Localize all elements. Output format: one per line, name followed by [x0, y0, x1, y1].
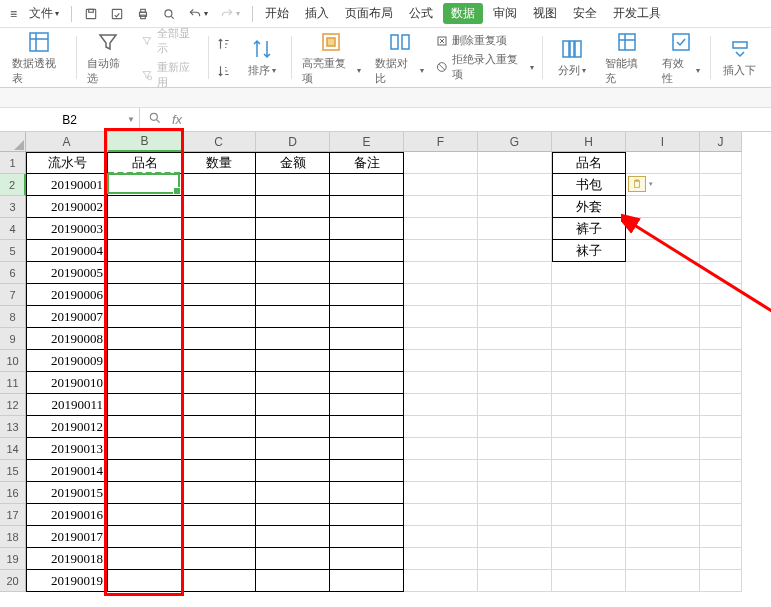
row-header-3[interactable]: 3 — [0, 196, 26, 218]
cell-B1[interactable]: 品名 — [108, 152, 182, 174]
cell-I4[interactable] — [626, 218, 700, 240]
cell-G13[interactable] — [478, 416, 552, 438]
cell-F7[interactable] — [404, 284, 478, 306]
cell-C4[interactable] — [182, 218, 256, 240]
cell-E1[interactable]: 备注 — [330, 152, 404, 174]
cell-F17[interactable] — [404, 504, 478, 526]
cell-F3[interactable] — [404, 196, 478, 218]
row-header-7[interactable]: 7 — [0, 284, 26, 306]
cell-C19[interactable] — [182, 548, 256, 570]
cell-A13[interactable]: 20190012 — [26, 416, 108, 438]
cell-C14[interactable] — [182, 438, 256, 460]
cell-G20[interactable] — [478, 570, 552, 592]
row-header-2[interactable]: 2 — [0, 174, 26, 196]
cell-A17[interactable]: 20190016 — [26, 504, 108, 526]
cell-D3[interactable] — [256, 196, 330, 218]
row-header-18[interactable]: 18 — [0, 526, 26, 548]
cell-H18[interactable] — [552, 526, 626, 548]
cell-G18[interactable] — [478, 526, 552, 548]
cell-A12[interactable]: 20190011 — [26, 394, 108, 416]
cell-I20[interactable] — [626, 570, 700, 592]
cell-G11[interactable] — [478, 372, 552, 394]
cell-B20[interactable] — [108, 570, 182, 592]
cell-I17[interactable] — [626, 504, 700, 526]
row-header-10[interactable]: 10 — [0, 350, 26, 372]
cell-A9[interactable]: 20190008 — [26, 328, 108, 350]
row-header-16[interactable]: 16 — [0, 482, 26, 504]
cell-D17[interactable] — [256, 504, 330, 526]
cell-G9[interactable] — [478, 328, 552, 350]
cell-H20[interactable] — [552, 570, 626, 592]
col-header-D[interactable]: D — [256, 132, 330, 152]
row-header-6[interactable]: 6 — [0, 262, 26, 284]
cell-A3[interactable]: 20190002 — [26, 196, 108, 218]
cell-D12[interactable] — [256, 394, 330, 416]
cell-H14[interactable] — [552, 438, 626, 460]
cell-F13[interactable] — [404, 416, 478, 438]
tab-页面布局[interactable]: 页面布局 — [339, 3, 399, 24]
cell-J10[interactable] — [700, 350, 742, 372]
cell-E10[interactable] — [330, 350, 404, 372]
cell-F12[interactable] — [404, 394, 478, 416]
cell-H17[interactable] — [552, 504, 626, 526]
fx-search-icon[interactable] — [148, 111, 162, 128]
cells-area[interactable]: 流水号品名数量金额备注品名20190001书包20190002外套2019000… — [26, 152, 742, 592]
cell-B5[interactable] — [108, 240, 182, 262]
split-button[interactable]: 分列▾ — [547, 32, 597, 83]
cell-I18[interactable] — [626, 526, 700, 548]
cell-C7[interactable] — [182, 284, 256, 306]
cell-D10[interactable] — [256, 350, 330, 372]
cell-D9[interactable] — [256, 328, 330, 350]
cell-B3[interactable] — [108, 196, 182, 218]
cell-F8[interactable] — [404, 306, 478, 328]
cell-B13[interactable] — [108, 416, 182, 438]
cell-J14[interactable] — [700, 438, 742, 460]
cell-A10[interactable]: 20190009 — [26, 350, 108, 372]
tab-审阅[interactable]: 审阅 — [487, 3, 523, 24]
cell-E17[interactable] — [330, 504, 404, 526]
row-header-15[interactable]: 15 — [0, 460, 26, 482]
cell-E7[interactable] — [330, 284, 404, 306]
cell-G10[interactable] — [478, 350, 552, 372]
cell-J6[interactable] — [700, 262, 742, 284]
cell-B6[interactable] — [108, 262, 182, 284]
cell-G15[interactable] — [478, 460, 552, 482]
cell-D14[interactable] — [256, 438, 330, 460]
cell-F20[interactable] — [404, 570, 478, 592]
cell-J5[interactable] — [700, 240, 742, 262]
cell-D18[interactable] — [256, 526, 330, 548]
cell-C20[interactable] — [182, 570, 256, 592]
remove-dup-button[interactable]: 删除重复项 — [432, 32, 538, 49]
cell-A11[interactable]: 20190010 — [26, 372, 108, 394]
cell-B12[interactable] — [108, 394, 182, 416]
reject-dup-button[interactable]: 拒绝录入重复项▾ — [432, 51, 538, 83]
row-header-17[interactable]: 17 — [0, 504, 26, 526]
paste-options-button[interactable]: ▾ — [628, 176, 646, 192]
row-header-12[interactable]: 12 — [0, 394, 26, 416]
col-header-I[interactable]: I — [626, 132, 700, 152]
cell-B4[interactable] — [108, 218, 182, 240]
cell-E18[interactable] — [330, 526, 404, 548]
col-header-B[interactable]: B — [108, 132, 182, 152]
cell-E8[interactable] — [330, 306, 404, 328]
cell-E5[interactable] — [330, 240, 404, 262]
cell-E3[interactable] — [330, 196, 404, 218]
cell-C16[interactable] — [182, 482, 256, 504]
cell-D2[interactable] — [256, 174, 330, 196]
cell-E14[interactable] — [330, 438, 404, 460]
cell-G8[interactable] — [478, 306, 552, 328]
save-icon[interactable] — [78, 5, 104, 23]
cell-J16[interactable] — [700, 482, 742, 504]
cell-G5[interactable] — [478, 240, 552, 262]
cell-B2[interactable] — [108, 174, 182, 196]
sort-button[interactable]: 排序▾ — [237, 32, 287, 83]
cell-I6[interactable] — [626, 262, 700, 284]
cell-E20[interactable] — [330, 570, 404, 592]
cell-H4[interactable]: 裤子 — [552, 218, 626, 240]
cell-B18[interactable] — [108, 526, 182, 548]
cell-I5[interactable] — [626, 240, 700, 262]
cell-A20[interactable]: 20190019 — [26, 570, 108, 592]
cell-F14[interactable] — [404, 438, 478, 460]
cell-I1[interactable] — [626, 152, 700, 174]
row-header-20[interactable]: 20 — [0, 570, 26, 592]
